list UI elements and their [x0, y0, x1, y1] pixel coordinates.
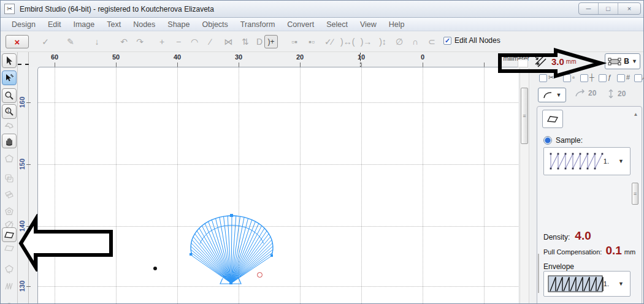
shell-design[interactable] — [185, 210, 280, 288]
zigzag-pattern-icon — [548, 150, 607, 173]
zoom-1-tool[interactable]: 1 — [2, 104, 17, 119]
design-canvas[interactable] — [37, 67, 518, 304]
menu-item-view[interactable]: View — [354, 19, 383, 30]
restore-button[interactable]: □ — [599, 3, 618, 14]
corner-height-control[interactable]: 20 — [608, 89, 626, 99]
pull-compensation-value[interactable]: 0.1 — [605, 244, 621, 257]
curve-type-dropdown[interactable]: ▼ — [538, 88, 566, 102]
canvas-scrollbar-thumb[interactable]: ≡ — [521, 88, 528, 144]
menu-item-nodes[interactable]: Nodes — [127, 19, 161, 30]
menu-item-design[interactable]: Design — [6, 19, 42, 30]
edit-nodes-tool[interactable] — [2, 70, 17, 85]
apply-icon[interactable]: ✓ — [39, 35, 52, 48]
height-icon[interactable]: )↕ — [376, 35, 389, 48]
arch-icon[interactable]: ∩ — [408, 35, 422, 48]
menu-item-help[interactable]: Help — [383, 19, 411, 30]
stitch-point[interactable] — [153, 267, 157, 270]
object-properties-group: ▲ ≡ Sample: 1. ▼ Density: 4.0 Pull Compe… — [537, 106, 642, 304]
option-checkbox-2[interactable] — [563, 74, 571, 82]
split-icon[interactable]: ⋈ — [221, 35, 235, 48]
pull-compensation-unit: mm — [624, 248, 635, 256]
v-ruler-tick-130: 130 — [18, 277, 27, 295]
minimize-button[interactable]: ─ — [579, 3, 599, 14]
scroll-up-icon[interactable]: ▲ — [632, 110, 640, 118]
menu-item-text[interactable]: Text — [101, 19, 127, 30]
density-label: Density: — [543, 233, 570, 241]
duplicate-tool[interactable] — [2, 187, 17, 202]
outline-shape-tool[interactable] — [2, 151, 17, 166]
panel-scrollbar[interactable]: ▲ ≡ — [632, 110, 640, 304]
option-checkbox-3[interactable] — [580, 74, 588, 82]
stitch-order-icon[interactable]: ↓ — [90, 35, 104, 48]
hash-icon: # — [626, 74, 630, 81]
width-right-icon[interactable]: )→ — [359, 35, 373, 48]
close-button[interactable]: × — [618, 3, 640, 14]
hole-tool[interactable] — [2, 204, 17, 219]
corner-smooth-control[interactable]: 20 — [575, 89, 596, 97]
manual-stitch-tool[interactable] — [2, 279, 17, 294]
freehand-select-tool[interactable] — [2, 118, 17, 133]
menu-item-convert[interactable]: Convert — [281, 19, 320, 30]
add-node-icon[interactable]: + — [155, 35, 169, 48]
menu-item-transform[interactable]: Transform — [234, 19, 282, 30]
corner-smooth-value[interactable]: 20 — [588, 89, 596, 97]
vertical-arrow-icon — [608, 89, 615, 99]
line-segment-icon[interactable]: ∕ — [204, 35, 217, 48]
option-checkbox-1[interactable] — [539, 74, 547, 82]
menu-item-select[interactable]: Select — [320, 19, 354, 30]
node-settings-icon[interactable]: ⇅ — [239, 35, 252, 48]
sample-pattern-dropdown[interactable]: 1. ▼ — [543, 147, 631, 175]
stitch-length-icon — [533, 55, 548, 68]
corner-height-value[interactable]: 20 — [618, 89, 626, 98]
edit-all-nodes-checkbox[interactable]: ✓ — [443, 37, 451, 45]
style-b-dropdown[interactable]: B ▼ — [605, 53, 640, 69]
reject-button[interactable]: × — [6, 35, 29, 48]
delete-node-icon[interactable]: − — [172, 35, 185, 48]
undo-icon[interactable]: ↶ — [117, 35, 131, 48]
edit-all-nodes-group: ✓ Edit All Nodes — [443, 36, 500, 45]
density-value[interactable]: 4.0 — [575, 229, 591, 243]
embird-studio-window: ✂ Embird Studio (64-bit) - registered to… — [0, 0, 644, 304]
column-tool[interactable] — [2, 227, 17, 242]
h-ruler-tickmark — [484, 63, 485, 67]
redo-icon[interactable]: ↷ — [133, 35, 147, 48]
v-ruler-tickmark — [26, 286, 31, 287]
menu-item-image[interactable]: Image — [67, 19, 101, 30]
ellipse-icon[interactable]: ∅ — [393, 35, 406, 48]
select-tool[interactable] — [2, 53, 17, 68]
option-checkbox-6[interactable] — [634, 74, 642, 82]
menu-item-objects[interactable]: Objects — [196, 19, 234, 30]
start-point-marker[interactable] — [257, 272, 263, 278]
option-checkbox-5[interactable] — [617, 74, 625, 82]
sample-radio[interactable] — [543, 136, 552, 145]
h-ruler-tickmark — [239, 63, 239, 67]
validate-nodes-icon[interactable]: ✓∕ — [322, 35, 335, 48]
canvas-vertical-scrollbar[interactable]: ≡ — [519, 68, 529, 304]
edit-nodes-button[interactable]: )+ — [264, 35, 278, 48]
column-properties-tab[interactable] — [542, 110, 563, 128]
stitch-order-tool[interactable]: 5 — [2, 171, 17, 186]
grid-line-horizontal — [38, 102, 518, 103]
parameters-panel: 3.0 mm B ▼ ✂▫┼ƒ#∕ ▼ 20 20 — [531, 52, 644, 304]
option-checkbox-4[interactable] — [599, 74, 607, 82]
menu-bar: DesignEditImageTextNodesShapeObjectsTran… — [1, 18, 643, 31]
panel-scrollbar-thumb[interactable]: ≡ — [632, 183, 638, 205]
menu-item-edit[interactable]: Edit — [42, 19, 67, 30]
envelope-pattern-dropdown[interactable]: 1. ▼ — [543, 271, 631, 297]
arc-segment-icon[interactable]: ◠ — [188, 35, 201, 48]
stitch-length-value[interactable]: 3.0 — [551, 56, 564, 67]
chevron-down-icon: ▼ — [632, 58, 637, 64]
pan-tool[interactable] — [2, 134, 17, 148]
node-square-icon-1[interactable]: ▫▪ — [288, 35, 301, 48]
column-alt-tool[interactable] — [2, 241, 17, 256]
panel-splitter[interactable] — [538, 254, 541, 293]
tool-palette: 1 5 — [1, 52, 18, 304]
sew-simulator-icon[interactable]: ✎ — [64, 35, 77, 48]
zoom-tool[interactable] — [2, 88, 17, 103]
open-curve-icon[interactable]: ⊂ — [425, 35, 439, 48]
node-square-icon-2[interactable]: ▪▫ — [305, 35, 318, 48]
menu-item-shape[interactable]: Shape — [161, 19, 196, 30]
partial-tool[interactable] — [2, 296, 17, 304]
width-both-icon[interactable]: )↔( — [340, 35, 355, 48]
fill-shape-tool[interactable] — [2, 262, 17, 276]
